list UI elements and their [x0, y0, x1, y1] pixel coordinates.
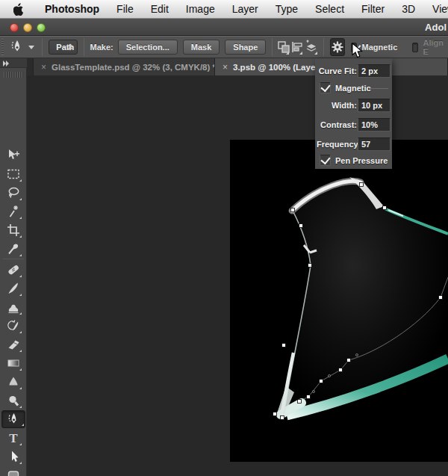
make-shape-button[interactable]: Shape: [225, 40, 266, 55]
menu-file[interactable]: File: [116, 3, 134, 15]
align-edges-label: Align E: [423, 38, 444, 56]
make-selection-button[interactable]: Selection...: [118, 40, 178, 55]
gradient-tool[interactable]: [4, 354, 22, 372]
menu-3d[interactable]: 3D: [402, 3, 415, 15]
svg-text:T: T: [9, 431, 18, 445]
document-image[interactable]: [230, 140, 448, 462]
tool-preset-picker[interactable]: [6, 39, 37, 55]
path-alignment-button[interactable]: [290, 38, 304, 56]
menu-filter[interactable]: Filter: [361, 3, 385, 15]
pen-tool-icon: [9, 39, 25, 55]
curve-fit-input[interactable]: [358, 64, 391, 78]
divider: [84, 38, 84, 56]
pen-pressure-checkbox[interactable]: [320, 155, 331, 166]
menu-type[interactable]: Type: [276, 3, 298, 15]
history-brush-tool[interactable]: [4, 317, 22, 335]
tools-panel: T: [0, 58, 27, 476]
pen-options-popover: Curve Fit: Magnetic Width: Contrast: Fre…: [315, 58, 392, 169]
make-mask-button[interactable]: Mask: [183, 40, 220, 55]
options-bar-grip[interactable]: [1, 39, 4, 55]
path-selection-tool[interactable]: [4, 448, 22, 466]
blur-tool[interactable]: [4, 373, 22, 391]
window-title: Adol: [425, 22, 447, 33]
tool-options-bar: Path ⬍ Make: Selection... Mask Shape: [0, 36, 448, 58]
spot-healing-brush-tool[interactable]: [4, 261, 22, 279]
eraser-tool[interactable]: [4, 336, 22, 353]
zoom-window-button[interactable]: [37, 23, 46, 32]
width-label: Width:: [317, 101, 357, 110]
tab-label: 3.psb @ 100% (Layer 1,: [233, 63, 329, 72]
close-icon[interactable]: ×: [223, 62, 228, 72]
pen-pressure-label: Pen Pressure: [335, 156, 388, 165]
frequency-label: Frequency:: [317, 140, 357, 149]
pen-options-gear-button[interactable]: [330, 38, 345, 56]
dodge-tool[interactable]: [4, 392, 22, 409]
divider: [272, 38, 273, 56]
frequency-input[interactable]: [358, 137, 391, 151]
tab-glasstemplate[interactable]: × GlassTemplate.psd @ 32% (3, CMYK/8) *: [33, 58, 215, 75]
curve-fit-label: Curve Fit:: [317, 67, 357, 75]
menu-view[interactable]: View: [432, 3, 448, 15]
divider: [323, 38, 324, 56]
brush-tool[interactable]: [4, 279, 22, 297]
crop-tool[interactable]: [4, 221, 22, 239]
magnetic-label: Magnetic: [362, 43, 398, 52]
stepper-arrows-icon: ⬍: [66, 43, 73, 52]
rounded-rectangle-tool[interactable]: [4, 466, 22, 476]
eyedropper-tool[interactable]: [4, 240, 22, 258]
magnetic-popover-checkbox[interactable]: [320, 82, 331, 93]
width-input[interactable]: [358, 99, 391, 112]
type-tool[interactable]: T: [4, 429, 22, 447]
close-icon[interactable]: ×: [41, 62, 46, 72]
menu-photoshop[interactable]: Photoshop: [45, 3, 99, 15]
chevron-down-icon: [28, 46, 34, 49]
contrast-label: Contrast:: [317, 120, 357, 129]
double-chevron-icon: [2, 61, 10, 67]
make-label: Make:: [90, 43, 113, 52]
magnetic-popover-label: Magnetic: [335, 84, 371, 93]
divider: [369, 88, 388, 89]
tab-label: GlassTemplate.psd @ 32% (3, CMYK/8) *: [52, 63, 215, 72]
mouse-cursor-icon: [352, 43, 364, 59]
divider: [3, 259, 24, 259]
menu-edit[interactable]: Edit: [151, 3, 169, 15]
tools-panel-grip[interactable]: [4, 72, 23, 78]
tools-panel-header[interactable]: [0, 58, 27, 68]
close-window-button[interactable]: [10, 23, 19, 32]
path-operations-button[interactable]: [277, 38, 290, 56]
align-edges-checkbox: [412, 43, 417, 52]
clone-stamp-tool[interactable]: [4, 298, 22, 316]
lasso-tool[interactable]: [4, 184, 22, 202]
minimize-window-button[interactable]: [23, 23, 32, 32]
menu-select[interactable]: Select: [315, 3, 344, 15]
menu-image[interactable]: Image: [186, 3, 215, 15]
window-title-bar: Adol: [0, 19, 448, 36]
apple-logo-icon[interactable]: [13, 3, 25, 16]
magic-wand-tool[interactable]: [4, 203, 22, 220]
tool-mode-select[interactable]: Path ⬍: [49, 40, 77, 55]
mac-menu-bar: Photoshop File Edit Image Layer Type Sel…: [0, 0, 448, 19]
rectangular-marquee-tool[interactable]: [4, 165, 22, 183]
glass-shard-graphic: [230, 140, 448, 462]
pen-tool[interactable]: [1, 410, 25, 428]
gear-icon: [331, 40, 344, 54]
divider: [42, 38, 43, 56]
menu-layer[interactable]: Layer: [232, 3, 258, 15]
path-arrangement-button[interactable]: [304, 38, 319, 56]
move-tool[interactable]: [4, 146, 22, 164]
contrast-input[interactable]: [358, 118, 391, 132]
